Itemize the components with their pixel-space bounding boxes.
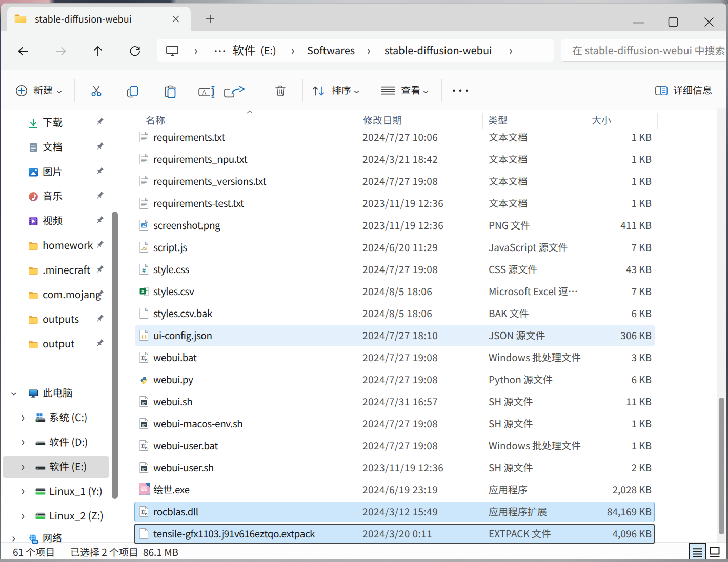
svg-text:X: X <box>141 288 145 294</box>
svg-text:#: # <box>142 267 146 274</box>
svg-text:A: A <box>202 89 206 96</box>
svg-text:JS: JS <box>141 246 147 251</box>
svg-text:{ }: { } <box>141 334 147 339</box>
